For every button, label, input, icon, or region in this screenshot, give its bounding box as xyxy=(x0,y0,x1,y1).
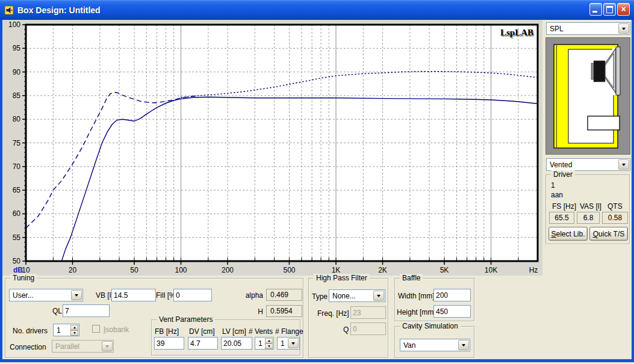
hpf-type-select[interactable]: None... xyxy=(329,289,385,302)
isobarik-checkbox[interactable] xyxy=(92,325,100,333)
hpf-freq-input xyxy=(350,306,386,319)
cavity-mode-select[interactable]: Van xyxy=(400,339,470,351)
svg-text:LspLAB: LspLAB xyxy=(500,28,533,37)
spin-down-button[interactable] xyxy=(70,330,78,336)
hpf-type-value: None... xyxy=(332,292,373,300)
box-design-window: Box Design: Untitled × 1020501002005001K… xyxy=(0,0,634,364)
view-mode-select[interactable]: SPL xyxy=(546,22,630,35)
box-type-value: Vented xyxy=(550,161,618,169)
baffle-caption: Baffle xyxy=(400,274,423,282)
lv-input[interactable] xyxy=(221,337,252,350)
flange-label: # Flange xyxy=(275,327,303,336)
spin-up-icon xyxy=(73,325,76,329)
vas-value: 6.8 xyxy=(577,212,600,224)
driver-caption: Driver xyxy=(551,170,575,179)
dropdown-arrow-icon[interactable] xyxy=(618,23,629,34)
spl-chart-panel: 1020501002005001K2K5K10KHz50556065707580… xyxy=(2,20,542,276)
vb-input[interactable] xyxy=(111,289,156,301)
dropdown-arrow-icon[interactable] xyxy=(71,290,82,300)
lv-label: LV [cm] xyxy=(222,327,246,336)
svg-text:500: 500 xyxy=(283,266,295,274)
titlebar[interactable]: Box Design: Untitled × xyxy=(0,0,634,20)
minimize-icon xyxy=(592,11,597,13)
isobarik-label: Isobarik xyxy=(104,325,129,334)
alpha-label: alpha xyxy=(234,291,263,300)
baffle-height-label: Height [mm] xyxy=(397,308,436,316)
hpf-q-label: Q xyxy=(343,325,349,334)
svg-text:5K: 5K xyxy=(440,266,449,274)
vb-label: VB [l] xyxy=(96,291,113,300)
tuning-preset-value: User... xyxy=(13,291,71,300)
spin-down-icon xyxy=(73,332,76,335)
baffle-width-label: Width [mm] xyxy=(398,292,435,300)
spin-down-button[interactable] xyxy=(265,344,273,349)
baffle-height-input[interactable] xyxy=(434,305,471,318)
h-label: H xyxy=(234,307,263,316)
no-drivers-spinner[interactable]: 1 xyxy=(53,324,79,336)
tuning-groupbox: Tuning User... VB [l] Fill [%] alpha 0.4… xyxy=(5,278,303,358)
no-drivers-label: No. drivers xyxy=(13,327,48,335)
svg-text:80: 80 xyxy=(13,115,21,123)
cavity-mode-value: Van xyxy=(403,341,458,350)
svg-text:Hz: Hz xyxy=(529,266,538,274)
num-vents-spinner[interactable]: 1 xyxy=(255,337,274,350)
fb-input[interactable] xyxy=(154,337,184,350)
flange-select[interactable]: 1 xyxy=(277,337,300,350)
spl-frequency-chart: 1020501002005001K2K5K10KHz50556065707580… xyxy=(2,20,542,276)
dropdown-arrow-icon[interactable] xyxy=(458,340,469,350)
no-drivers-value: 1 xyxy=(57,326,61,335)
svg-text:200: 200 xyxy=(222,266,234,274)
vent-parameters-caption: Vent Parameters xyxy=(157,315,215,324)
svg-text:1K: 1K xyxy=(332,266,341,274)
close-icon: × xyxy=(618,4,629,15)
dv-input[interactable] xyxy=(188,337,218,350)
fill-input[interactable] xyxy=(173,289,212,301)
svg-text:65: 65 xyxy=(13,186,21,194)
close-button[interactable]: × xyxy=(617,3,630,16)
hpf-q-input xyxy=(350,322,386,335)
svg-text:85: 85 xyxy=(13,91,21,100)
view-mode-value: SPL xyxy=(550,25,618,33)
baffle-width-input[interactable] xyxy=(434,289,471,301)
dv-label: DV [cm] xyxy=(189,327,215,336)
svg-text:100: 100 xyxy=(175,266,187,274)
minimize-button[interactable] xyxy=(589,3,602,16)
window-title: Box Design: Untitled xyxy=(17,5,101,15)
dropdown-arrow-icon[interactable] xyxy=(288,338,299,348)
vents-label: # Vents xyxy=(249,327,273,336)
connection-label: Connection xyxy=(10,343,46,351)
dropdown-arrow-icon[interactable] xyxy=(373,291,384,301)
tuning-preset-select[interactable]: User... xyxy=(9,289,83,301)
svg-text:10K: 10K xyxy=(485,266,497,274)
high-pass-filter-groupbox: High Pass Filter Type None... Freq. [Hz]… xyxy=(308,278,388,358)
svg-text:10: 10 xyxy=(22,266,30,274)
maximize-icon xyxy=(606,6,613,13)
fb-label: FB [Hz] xyxy=(155,327,179,336)
box-type-select[interactable]: Vented xyxy=(546,158,630,171)
quick-ts-button[interactable]: Quick T/S xyxy=(589,227,628,241)
vas-label: VAS [l] xyxy=(580,202,601,211)
window-border-bottom xyxy=(0,359,634,362)
ql-input[interactable] xyxy=(63,304,110,317)
maximize-button[interactable] xyxy=(603,3,616,16)
cavity-simulation-groupbox: Cavity Simulation Van xyxy=(394,326,474,358)
connection-value: Parallel xyxy=(55,342,102,351)
svg-text:100: 100 xyxy=(8,20,20,29)
hpf-caption: High Pass Filter xyxy=(314,274,370,282)
qts-value: 0.58 xyxy=(602,212,628,224)
driver-groupbox: Driver 1 aan FS [Hz] VAS [l] QTS 65.5 6.… xyxy=(545,174,630,244)
alpha-value: 0.469 xyxy=(266,289,302,301)
window-border-right xyxy=(632,20,634,362)
speaker-box-diagram xyxy=(546,38,630,154)
dropdown-arrow-icon xyxy=(102,341,113,351)
svg-text:50: 50 xyxy=(13,257,21,265)
ql-label: QL xyxy=(52,307,62,315)
svg-text:50: 50 xyxy=(130,266,138,274)
svg-text:dB: dB xyxy=(13,266,23,274)
dropdown-arrow-icon[interactable] xyxy=(618,159,629,170)
select-lib-button[interactable]: Select Lib. xyxy=(549,227,588,241)
svg-text:90: 90 xyxy=(13,68,21,76)
hpf-type-label: Type xyxy=(312,292,328,301)
spin-up-button[interactable] xyxy=(70,325,78,330)
spin-up-button[interactable] xyxy=(265,338,273,344)
